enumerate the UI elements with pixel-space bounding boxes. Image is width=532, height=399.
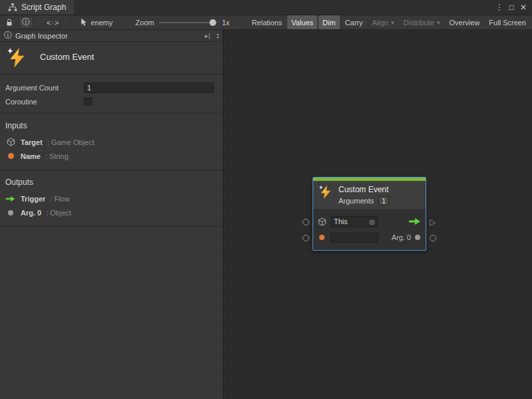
- zoom-slider[interactable]: [159, 18, 217, 27]
- coroutine-row: Coroutine: [0, 94, 223, 108]
- arg0-port-row: Arg. 0: [317, 229, 422, 245]
- inputs-section: Inputs Target : Game Object Name: [0, 113, 223, 170]
- values-button[interactable]: Values: [287, 15, 317, 29]
- outputs-section: Outputs Trigger : Flow Arg. 0 : Object: [0, 170, 223, 227]
- name-value-input[interactable]: [331, 233, 378, 243]
- coroutine-label: Coroutine: [5, 98, 84, 106]
- port-type: : Game Object: [47, 138, 94, 146]
- graph-inspector-header: ⓘ Graph Inspector ▸| ▴ ▾: [0, 30, 223, 42]
- full-screen-button[interactable]: Full Screen: [485, 15, 530, 29]
- zoom-label: Zoom: [136, 19, 154, 27]
- target-port-row: This ◎: [317, 213, 422, 229]
- coroutine-checkbox[interactable]: [84, 97, 92, 106]
- chevron-down-icon: ▾: [391, 19, 394, 26]
- argument-count-row: Argument Count: [0, 80, 223, 94]
- toolbar-buttons: Relations Values Dim Carry Align ▾ Distr…: [247, 15, 531, 29]
- node-subtitle: Arguments 1: [338, 196, 389, 205]
- port-type: : String: [45, 152, 68, 160]
- graph-owner-name: enemy: [91, 19, 113, 27]
- tab-title: Script Graph: [21, 3, 66, 12]
- flow-arrow-icon: [5, 195, 16, 203]
- value-port-icon: [5, 153, 16, 159]
- graph-toolbar: ⓘ <·> enemy Zoom 1x Relations Values Dim…: [0, 15, 532, 30]
- graph-inspector-title: Graph Inspector: [15, 32, 68, 40]
- window-controls: ⋮ □ ✕: [493, 0, 532, 15]
- list-item: Name : String: [0, 149, 223, 163]
- dock-icon[interactable]: ▸|: [205, 33, 211, 39]
- node-body: This ◎ Arg. 0: [313, 209, 426, 250]
- chevron-down-icon: ▾: [437, 19, 440, 26]
- node-title: Custom Event: [338, 185, 389, 194]
- list-item: Target : Game Object: [0, 135, 223, 149]
- info-icon: ⓘ: [4, 30, 12, 41]
- lock-icon[interactable]: [1, 15, 17, 30]
- unity-window: Script Graph ⋮ □ ✕ ⓘ <·> enemy Zoom: [0, 0, 532, 399]
- event-title: Custom Event: [40, 52, 94, 62]
- argument-count-label: Argument Count: [5, 84, 84, 92]
- zoom-slider-track: [159, 22, 217, 23]
- align-button[interactable]: Align ▾: [368, 15, 398, 29]
- node-titles: Custom Event Arguments 1: [338, 185, 389, 205]
- zoom-value: 1x: [222, 19, 230, 27]
- port-type: : Flow: [50, 195, 69, 203]
- port-type: : Object: [46, 209, 71, 217]
- flow-arrow-icon: [408, 217, 422, 226]
- script-graph-icon: [8, 3, 17, 11]
- custom-event-icon: [7, 47, 28, 68]
- info-icon: ⓘ: [22, 17, 30, 28]
- target-dropdown-value: This: [334, 217, 348, 225]
- event-summary: Custom Event: [0, 42, 223, 74]
- event-fields: Argument Count Coroutine: [0, 74, 223, 113]
- target-dropdown[interactable]: This ◎: [331, 216, 378, 227]
- code-view-icon[interactable]: <·>: [47, 19, 60, 27]
- distribute-label: Distribute: [404, 19, 434, 27]
- arguments-count-badge[interactable]: 1: [378, 196, 389, 205]
- main-area: ⓘ Graph Inspector ▸| ▴ ▾ Custom Event Ar…: [0, 30, 532, 399]
- info-button[interactable]: ⓘ: [19, 17, 33, 29]
- overview-button[interactable]: Overview: [446, 15, 484, 29]
- zoom-slider-knob[interactable]: [209, 19, 216, 26]
- port-name: Trigger: [21, 195, 45, 203]
- graph-inspector-panel: ⓘ Graph Inspector ▸| ▴ ▾ Custom Event Ar…: [0, 30, 223, 399]
- object-picker-icon[interactable]: ◎: [369, 218, 375, 225]
- port-name: Target: [21, 138, 43, 146]
- maximize-icon[interactable]: □: [505, 3, 517, 12]
- dim-button[interactable]: Dim: [319, 15, 340, 29]
- arg0-value-port-icon: [415, 235, 420, 240]
- zoom-control: Zoom 1x: [136, 18, 230, 27]
- list-item: Arg. 0 : Object: [0, 205, 223, 219]
- menu-icon[interactable]: ⋮: [493, 3, 505, 12]
- arg0-label: Arg. 0: [392, 233, 411, 241]
- panel-options-icon[interactable]: ▴ ▾: [217, 33, 219, 39]
- carry-button[interactable]: Carry: [341, 15, 367, 29]
- spin-down-icon: ▾: [217, 36, 219, 39]
- port-name: Arg. 0: [21, 209, 41, 217]
- value-port-icon: [317, 235, 327, 240]
- align-label: Align: [372, 19, 388, 27]
- node-output-flow-port[interactable]: ▷: [430, 219, 436, 226]
- cursor-icon: [80, 18, 88, 27]
- argument-count-input[interactable]: [84, 82, 214, 93]
- distribute-button[interactable]: Distribute ▾: [400, 15, 444, 29]
- graph-canvas[interactable]: ▷ Custom Event Arguments 1: [223, 30, 532, 399]
- list-item: Trigger : Flow: [0, 192, 223, 205]
- toolbar-separator: [70, 17, 70, 27]
- node-output-value-port[interactable]: [430, 235, 436, 241]
- cube-icon: [317, 217, 327, 226]
- value-port-icon: [5, 210, 16, 215]
- custom-event-icon: [319, 185, 333, 200]
- close-icon[interactable]: ✕: [517, 3, 529, 12]
- node-header[interactable]: Custom Event Arguments 1: [313, 181, 426, 209]
- node-input-value-port[interactable]: [303, 235, 309, 241]
- arguments-label: Arguments: [338, 197, 374, 205]
- graph-owner[interactable]: enemy: [80, 18, 113, 27]
- relations-button[interactable]: Relations: [247, 15, 286, 29]
- inputs-title: Inputs: [0, 118, 223, 135]
- titlebar: Script Graph ⋮ □ ✕: [0, 0, 532, 15]
- tab-script-graph[interactable]: Script Graph: [0, 0, 74, 15]
- outputs-title: Outputs: [0, 175, 223, 192]
- port-name: Name: [21, 152, 41, 160]
- custom-event-node[interactable]: Custom Event Arguments 1: [313, 178, 426, 250]
- cube-icon: [5, 138, 16, 146]
- node-input-flow-port[interactable]: [303, 219, 309, 225]
